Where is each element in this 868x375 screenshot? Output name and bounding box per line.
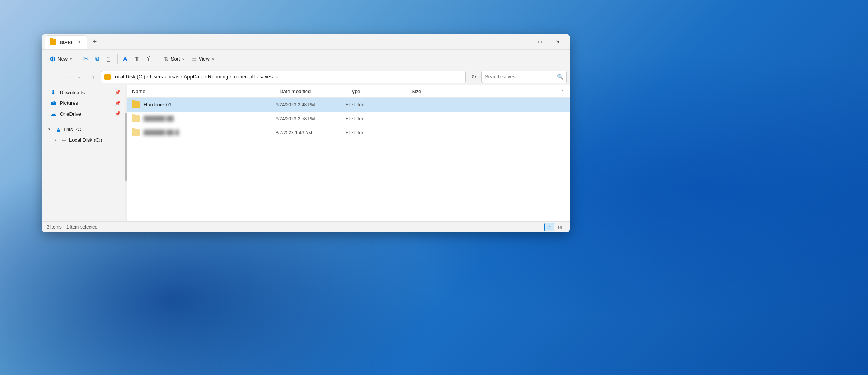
col-header-type: Type <box>349 89 411 94</box>
delete-icon: 🗑 <box>146 56 153 62</box>
view-chevron: ∨ <box>212 57 214 61</box>
titlebar: saves ✕ + — □ ✕ <box>42 34 570 50</box>
sidebar-item-this-pc[interactable]: ▾ 🖥 This PC <box>43 124 125 135</box>
toolbar-sep-3 <box>158 54 158 64</box>
search-box[interactable]: 🔍 <box>481 71 567 83</box>
new-chevron: ∨ <box>69 57 72 61</box>
breadcrumb-roaming[interactable]: Roaming <box>208 74 228 80</box>
addressbar: ← → ⌄ ↑ Local Disk (C:) › Users › lukas … <box>42 68 570 85</box>
sidebar-item-pictures[interactable]: 🏔 Pictures 📌 <box>43 98 125 108</box>
share-icon: ⬆ <box>134 55 139 62</box>
downloads-icon: ⬇ <box>50 89 57 96</box>
sidebar-onedrive-label: OneDrive <box>60 111 81 117</box>
rename-icon: A <box>123 56 127 62</box>
file-name: Hardcore-01 <box>144 102 276 108</box>
delete-button[interactable]: 🗑 <box>143 52 156 66</box>
up-icon: ↑ <box>92 74 95 80</box>
view-tiles-button[interactable]: ⊞ <box>555 223 565 231</box>
refresh-icon: ↻ <box>471 73 476 80</box>
table-row[interactable]: ██████ ██-█ 8/7/2023 1:46 AM File folder <box>127 126 570 140</box>
forward-icon: → <box>62 74 68 80</box>
recent-locations-button[interactable]: ⌄ <box>73 71 85 83</box>
maximize-btn[interactable]: □ <box>531 36 549 48</box>
address-path[interactable]: Local Disk (C:) › Users › lukas › AppDat… <box>101 71 466 83</box>
view-list-icon: ≡ <box>548 224 551 230</box>
path-expand-icon[interactable]: ⌄ <box>276 74 279 79</box>
status-info: 3 items 1 item selected <box>47 224 97 230</box>
sidebar: ⬇ Downloads 📌 🏔 Pictures 📌 ☁ OneDrive 📌 … <box>42 85 127 221</box>
sidebar-item-local-disk[interactable]: › 🖴 Local Disk (C:) <box>43 135 125 145</box>
recent-icon: ⌄ <box>78 74 81 79</box>
file-date: 8/7/2023 1:46 AM <box>276 130 345 135</box>
pictures-icon: 🏔 <box>50 100 57 106</box>
breadcrumb-saves[interactable]: saves <box>259 74 273 80</box>
sort-button[interactable]: ⇅ Sort ∨ <box>161 52 188 66</box>
file-name-blurred-2: ██████ ██-█ <box>144 130 276 135</box>
col-header-size: Size <box>411 89 450 94</box>
sort-chevron: ∨ <box>182 57 185 61</box>
copy-button[interactable]: ⧉ <box>92 52 102 66</box>
tab-close-btn[interactable]: ✕ <box>76 39 82 45</box>
folder-icon-blurred-2 <box>132 129 140 136</box>
rename-button[interactable]: A <box>120 52 130 66</box>
up-button[interactable]: ↑ <box>87 71 99 83</box>
forward-button[interactable]: → <box>59 71 71 83</box>
share-button[interactable]: ⬆ <box>131 52 142 66</box>
view-list-button[interactable]: ≡ <box>544 223 554 231</box>
search-icon: 🔍 <box>557 74 563 80</box>
file-type: File folder <box>345 130 408 135</box>
file-explorer-window: saves ✕ + — □ ✕ ⊕ New ∨ ✂ ⧉ ⬚ A <box>42 34 570 232</box>
paste-icon: ⬚ <box>106 56 112 62</box>
sidebar-item-onedrive[interactable]: ☁ OneDrive 📌 <box>43 108 125 119</box>
tab-title: saves <box>59 39 73 45</box>
back-button[interactable]: ← <box>45 71 57 83</box>
col-header-name: Name <box>132 89 279 94</box>
sidebar-item-downloads[interactable]: ⬇ Downloads 📌 <box>43 87 125 98</box>
toolbar-sep-1 <box>78 54 78 64</box>
breadcrumb-users[interactable]: Users <box>150 74 163 80</box>
sort-label: Sort <box>171 56 180 62</box>
items-count: 3 items <box>47 224 62 230</box>
toolbar: ⊕ New ∨ ✂ ⧉ ⬚ A ⬆ 🗑 ⇅ Sort ∨ ☰ <box>42 50 570 68</box>
table-row[interactable]: ██████ ██ 6/24/2023 2:58 PM File folder <box>127 112 570 126</box>
cut-button[interactable]: ✂ <box>80 52 92 66</box>
cut-icon: ✂ <box>83 55 89 62</box>
minimize-btn[interactable]: — <box>513 36 531 48</box>
window-controls: — □ ✕ <box>513 36 567 48</box>
pictures-pin-icon: 📌 <box>115 101 121 106</box>
search-input[interactable] <box>485 74 555 80</box>
file-name-blurred: ██████ ██ <box>144 116 276 122</box>
content-area: ⬇ Downloads 📌 🏔 Pictures 📌 ☁ OneDrive 📌 … <box>42 85 570 221</box>
table-row[interactable]: Hardcore-01 6/24/2023 2:48 PM File folde… <box>127 98 570 112</box>
file-type: File folder <box>345 116 408 122</box>
view-mode-buttons: ≡ ⊞ <box>544 223 565 231</box>
copy-icon: ⧉ <box>95 56 99 62</box>
sidebar-separator <box>47 122 122 122</box>
sidebar-downloads-label: Downloads <box>60 90 85 95</box>
close-btn[interactable]: ✕ <box>549 36 567 48</box>
refresh-button[interactable]: ↻ <box>467 71 480 83</box>
file-date: 6/24/2023 2:48 PM <box>276 102 345 108</box>
onedrive-pin-icon: 📌 <box>115 111 121 116</box>
new-button[interactable]: ⊕ New ∨ <box>47 52 75 66</box>
local-disk-expand-icon: › <box>54 137 59 142</box>
sidebar-local-disk-label: Local Disk (C:) <box>69 137 102 143</box>
new-icon: ⊕ <box>50 55 56 63</box>
col-header-date: Date modified <box>279 89 349 94</box>
paste-button[interactable]: ⬚ <box>103 52 115 66</box>
view-button[interactable]: ☰ View ∨ <box>189 52 217 66</box>
active-tab[interactable]: saves ✕ <box>45 35 87 49</box>
breadcrumb-lukas[interactable]: lukas <box>168 74 179 80</box>
downloads-pin-icon: 📌 <box>115 90 121 95</box>
breadcrumb-minecraft[interactable]: .minecraft <box>233 74 255 80</box>
onedrive-icon: ☁ <box>50 110 57 117</box>
more-button[interactable]: ··· <box>218 52 233 66</box>
new-label: New <box>57 56 68 62</box>
pc-icon: 🖥 <box>55 126 61 133</box>
sort-icon: ⇅ <box>164 56 169 62</box>
breadcrumb-appdata[interactable]: AppData <box>184 74 204 80</box>
new-tab-btn[interactable]: + <box>89 36 101 48</box>
filelist: Name Date modified Type Size Hardcore-01… <box>127 85 570 221</box>
sidebar-this-pc-label: This PC <box>63 127 81 132</box>
breadcrumb-local-disk[interactable]: Local Disk (C:) <box>112 74 145 80</box>
